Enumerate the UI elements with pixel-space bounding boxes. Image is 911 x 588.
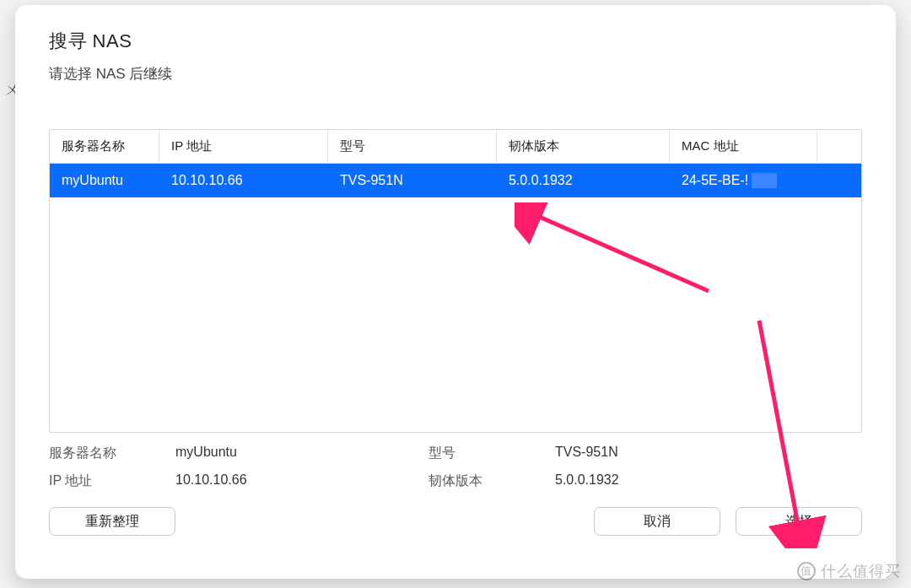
refresh-button[interactable]: 重新整理 [49,507,175,536]
detail-server-name-value: myUbuntu [175,445,429,462]
cell-model: TVS-951N [328,164,497,197]
col-model[interactable]: 型号 [328,130,497,163]
dialog-subtitle: 请选择 NAS 后继续 [49,64,862,84]
detail-ip-value: 10.10.10.66 [175,472,429,490]
watermark-logo-icon: 值 [797,562,816,580]
table-row[interactable]: myUbuntu 10.10.10.66 TVS-951N 5.0.0.1932… [50,164,861,197]
dialog-buttons: 重新整理 取消 选择 [49,507,862,536]
detail-model-value: TVS-951N [555,445,766,462]
col-spacer [817,130,861,163]
table-header-row: 服务器名称 IP 地址 型号 韧体版本 MAC 地址 [50,130,861,164]
col-server-name[interactable]: 服务器名称 [50,130,159,163]
detail-firmware-value: 5.0.0.1932 [555,472,766,490]
detail-server-name-label: 服务器名称 [49,445,175,462]
search-nas-dialog: 搜寻 NAS 请选择 NAS 后继续 服务器名称 IP 地址 型号 韧体版本 M… [15,5,896,579]
cell-firmware: 5.0.0.1932 [497,164,670,197]
detail-ip-label: IP 地址 [49,472,175,490]
col-mac[interactable]: MAC 地址 [670,130,817,163]
cancel-button[interactable]: 取消 [594,507,720,536]
cell-ip: 10.10.10.66 [159,164,328,197]
nas-table: 服务器名称 IP 地址 型号 韧体版本 MAC 地址 myUbuntu 10.1… [49,129,862,433]
cell-server-name: myUbuntu [50,164,159,197]
watermark: 值 什么值得买 [797,561,901,581]
col-ip[interactable]: IP 地址 [159,130,328,163]
cell-mac: 24-5E-BE-! [670,164,817,197]
cell-spacer [817,164,861,197]
watermark-text: 什么值得买 [821,561,901,581]
mac-redaction [752,173,777,188]
cell-mac-text: 24-5E-BE-! [682,173,748,188]
details-grid: 服务器名称 myUbuntu 型号 TVS-951N IP 地址 10.10.1… [49,445,862,490]
table-body: myUbuntu 10.10.10.66 TVS-951N 5.0.0.1932… [50,164,861,432]
select-button[interactable]: 选择 [736,507,862,536]
detail-model-label: 型号 [429,445,555,462]
col-firmware[interactable]: 韧体版本 [497,130,670,163]
dialog-title: 搜寻 NAS [49,29,862,54]
detail-firmware-label: 韧体版本 [429,472,555,490]
